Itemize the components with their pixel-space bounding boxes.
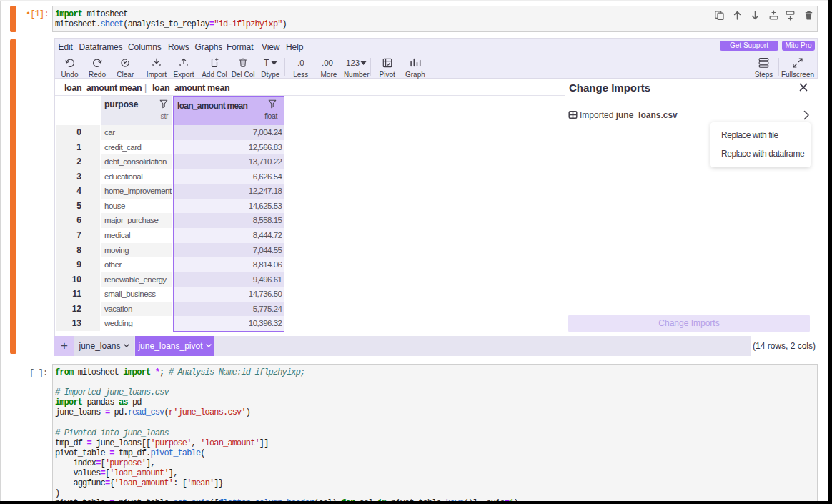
- svg-text:.0: .0: [297, 59, 304, 67]
- svg-text:.00: .00: [322, 59, 333, 67]
- svg-text:123: 123: [346, 59, 360, 67]
- svg-text:T: T: [264, 58, 269, 68]
